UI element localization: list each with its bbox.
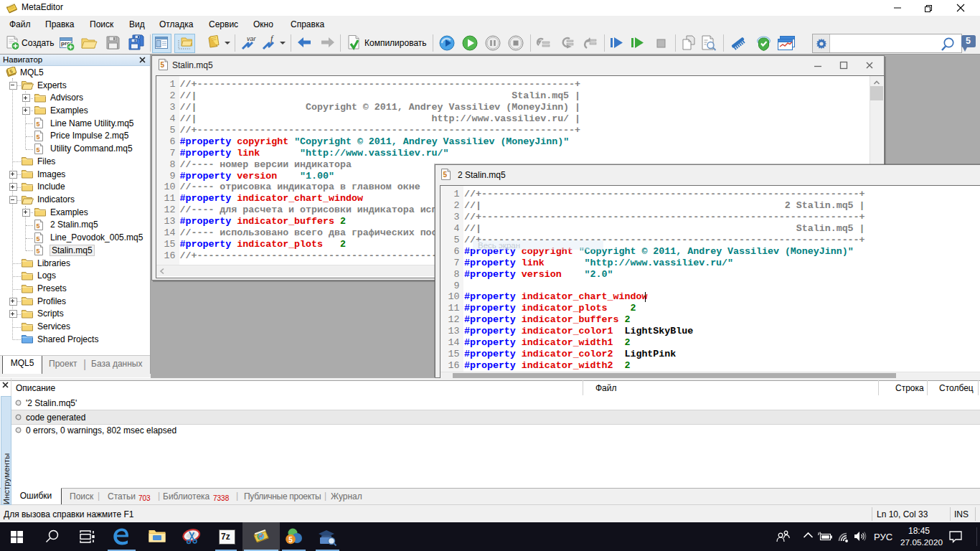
svg-text:5: 5	[37, 121, 40, 128]
svg-text:5: 5	[288, 536, 293, 544]
svg-text:5: 5	[443, 171, 448, 179]
svg-text:var: var	[247, 35, 257, 42]
svg-text:5: 5	[37, 146, 40, 153]
svg-text:5: 5	[161, 61, 165, 69]
svg-text:5: 5	[37, 248, 40, 255]
svg-text:5: 5	[37, 235, 40, 242]
svg-text:5: 5	[37, 222, 40, 229]
svg-text:5: 5	[37, 133, 40, 140]
